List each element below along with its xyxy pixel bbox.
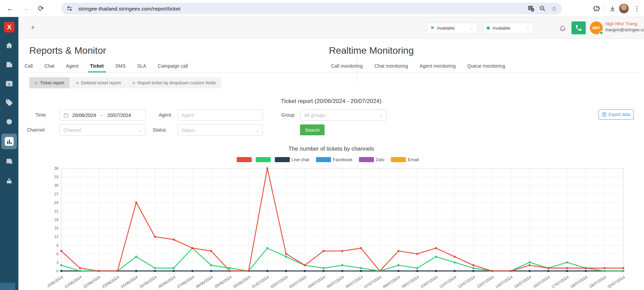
- svg-text:28/06/2024: 28/06/2024: [195, 275, 214, 289]
- browser-toolbar: ← → ⟳ stringee-thailand.stringeex.com/re…: [0, 0, 644, 17]
- legend-swatch: [359, 157, 374, 162]
- subtab-deleted-ticket-report[interactable]: ≡ Deleted ticket report: [70, 77, 126, 88]
- legend-item-zalo[interactable]: Zalo: [359, 157, 387, 162]
- date-separator: -: [101, 113, 103, 118]
- url-text[interactable]: stringee-thailand.stringeex.com/report/t…: [78, 6, 525, 12]
- svg-text:27: 27: [54, 192, 59, 196]
- svg-text:24: 24: [54, 201, 59, 205]
- profile-avatar[interactable]: [618, 3, 630, 14]
- legend-item-facebook[interactable]: Facebook: [316, 157, 355, 162]
- channel-label: Channel: [27, 127, 45, 133]
- sidebar-item-contacts[interactable]: [1, 76, 17, 91]
- tab-call[interactable]: Call: [22, 63, 35, 72]
- browser-forward-icon[interactable]: →: [19, 0, 32, 17]
- channel-placeholder: Channel: [63, 127, 81, 133]
- user-name[interactable]: Ngô Như Trang: [606, 21, 637, 26]
- user-email: trangnn@stringee.com: [606, 28, 644, 32]
- export-data-button[interactable]: Export data: [598, 109, 634, 120]
- notifications-bell-icon[interactable]: [557, 23, 568, 33]
- status-select[interactable]: Status ⌄: [178, 124, 263, 136]
- tab-agent-monitoring[interactable]: Agent monitoring: [418, 63, 458, 72]
- svg-text:20/07/2024: 20/07/2024: [607, 275, 626, 289]
- svg-text:10/07/2024: 10/07/2024: [420, 275, 438, 289]
- new-tab-button[interactable]: +: [31, 23, 35, 32]
- group-label: Group: [281, 112, 295, 118]
- tab-queue-monitoring[interactable]: Queue monitoring: [465, 63, 507, 72]
- legend-item-live-chat[interactable]: Live chat: [275, 157, 312, 162]
- browser-reload-icon[interactable]: ⟳: [34, 0, 48, 17]
- sidebar-footer[interactable]: [0, 283, 15, 290]
- call-status-dropdown[interactable]: ⚑ Available ⌄: [427, 22, 477, 34]
- svg-text:36: 36: [54, 166, 59, 170]
- downloads-icon[interactable]: [607, 3, 618, 14]
- call-status-value: Available: [437, 25, 455, 31]
- chart-title: The number of tickets by channels: [18, 146, 644, 152]
- subtab-ticket-report[interactable]: ≡ Ticket report: [29, 77, 70, 88]
- chat-status-dropdown[interactable]: Available ⌄: [483, 22, 533, 34]
- translate-icon[interactable]: G 文: [525, 3, 537, 14]
- extensions-icon[interactable]: [591, 3, 602, 14]
- svg-text:0: 0: [57, 269, 59, 273]
- tab-chat-monitoring[interactable]: Chat monitoring: [372, 63, 410, 72]
- tab-ticket[interactable]: Ticket: [88, 63, 106, 72]
- app-window: ← → ⟳ stringee-thailand.stringeex.com/re…: [0, 0, 644, 290]
- legend-item-email[interactable]: Email: [391, 157, 422, 162]
- search-button[interactable]: Search: [300, 124, 325, 135]
- sidebar-item-campaign[interactable]: [1, 114, 17, 130]
- tab-chat[interactable]: Chat: [42, 63, 57, 72]
- svg-text:25/06/2024: 25/06/2024: [139, 275, 157, 289]
- tab-sla[interactable]: SLA: [135, 63, 148, 72]
- agent-input[interactable]: [182, 113, 259, 118]
- svg-text:16/07/2024: 16/07/2024: [532, 275, 551, 289]
- stringeex-logo[interactable]: X: [4, 22, 15, 33]
- sidebar-item-knowledge[interactable]: [1, 173, 17, 189]
- zoom-out-icon[interactable]: [537, 3, 548, 14]
- svg-text:02/07/2024: 02/07/2024: [270, 275, 288, 289]
- user-avatar[interactable]: NNT: [590, 21, 603, 34]
- channel-select[interactable]: Channel ⌄: [60, 124, 146, 136]
- sidebar-item-reports[interactable]: [1, 134, 17, 149]
- legend-swatch: [275, 157, 290, 162]
- svg-text:27/06/2024: 27/06/2024: [176, 275, 195, 289]
- browser-menu-icon[interactable]: ⋮: [630, 5, 644, 12]
- chart-svg: 036912151821242730333620/06/202421/06/20…: [48, 166, 627, 289]
- chart-legend: Live chatFacebookZaloEmail: [18, 157, 644, 162]
- sidebar-item-company[interactable]: [1, 57, 17, 72]
- bar-chart-icon: [5, 137, 14, 146]
- sidebar-item-home[interactable]: [1, 38, 17, 53]
- bookmark-star-icon[interactable]: ☆: [548, 3, 560, 14]
- sidebar-item-tags[interactable]: [1, 95, 17, 110]
- monitoring-tabs: Call monitoring Chat monitoring Agent mo…: [329, 63, 639, 73]
- list-icon: ≡: [76, 80, 79, 86]
- tab-call-monitoring[interactable]: Call monitoring: [329, 63, 365, 72]
- site-settings-icon[interactable]: [66, 5, 73, 12]
- legend-swatch: [237, 157, 252, 162]
- contact-card-icon: [5, 80, 13, 87]
- date-range-input[interactable]: 20/06/2024 - 20/07/2024: [60, 109, 146, 121]
- svg-text:24/06/2024: 24/06/2024: [120, 275, 139, 289]
- status-label: Status: [153, 127, 166, 133]
- svg-text:6: 6: [57, 252, 59, 256]
- group-select[interactable]: All groups ⌄: [300, 109, 387, 121]
- browser-back-icon[interactable]: ←: [3, 0, 17, 17]
- tab-sms[interactable]: SMS: [113, 63, 128, 72]
- legend-item-series1[interactable]: [256, 157, 271, 162]
- softphone-button[interactable]: [571, 21, 586, 34]
- svg-text:07/07/2024: 07/07/2024: [363, 275, 382, 289]
- avatar-initials: NNT: [593, 26, 600, 30]
- address-bar[interactable]: stringee-thailand.stringeex.com/report/t…: [61, 3, 562, 14]
- svg-text:23/06/2024: 23/06/2024: [101, 275, 120, 289]
- tab-campaign-call[interactable]: Campaign call: [156, 63, 190, 72]
- svg-text:08/07/2024: 08/07/2024: [382, 275, 401, 289]
- tab-agent[interactable]: Agent: [64, 63, 81, 72]
- sidebar-item-chat[interactable]: [1, 154, 17, 170]
- status-dot-icon: [487, 27, 490, 30]
- list-icon: ≡: [132, 80, 135, 86]
- subtab-report-ticket-dropdown[interactable]: ≡ Report ticket by dropdown custom field…: [127, 77, 221, 88]
- chat-bubbles-icon: [5, 158, 13, 166]
- svg-text:09/07/2024: 09/07/2024: [401, 275, 420, 289]
- reports-title: Reports & Monitor: [29, 45, 106, 56]
- chevron-down-icon: ⌄: [256, 128, 259, 133]
- date-to: 20/07/2024: [107, 113, 131, 118]
- legend-item-series0[interactable]: [237, 157, 252, 162]
